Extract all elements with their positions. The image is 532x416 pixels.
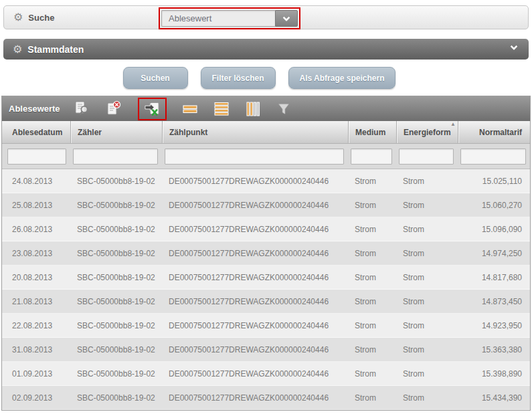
page: ⚙ Suche Ablesewert ⚙ Stammdaten Suchen F…: [0, 0, 532, 416]
cell-zaehler: SBC-05000bb8-19-02: [70, 297, 162, 306]
cell-ablesedatum: 31.08.2013: [2, 345, 70, 354]
cell-normaltarif: 14.817,680: [458, 273, 530, 282]
cell-zaehler: SBC-05000bb8-19-02: [70, 249, 162, 258]
column-header-zaehler[interactable]: Zähler: [70, 121, 162, 143]
cell-energieform: Strom: [396, 393, 458, 403]
filter-icon[interactable]: [276, 102, 291, 116]
cell-normaltarif: 15.060,270: [458, 201, 530, 210]
table-row[interactable]: 24.08.2013 SBC-05000bb8-19-02 DE00075001…: [2, 169, 530, 193]
cell-medium: Strom: [348, 177, 396, 186]
cell-medium: Strom: [348, 249, 396, 258]
table-row[interactable]: 23.08.2013 SBC-05000bb8-19-02 DE00075001…: [2, 241, 530, 266]
filter-input-ablesedatum[interactable]: [7, 148, 66, 165]
dropdown-open-button[interactable]: [275, 10, 298, 27]
search-type-dropdown[interactable]: Ablesewert: [161, 10, 298, 27]
search-button[interactable]: Suchen: [123, 67, 188, 89]
table-header-row: Ablesedatum Zähler Zählpunkt Medium Ener…: [2, 121, 530, 144]
red-highlight-annotation: Ablesewert: [159, 7, 300, 29]
cell-zaehlpunkt: DE00075001277DREWAGZK000000240446: [162, 369, 348, 379]
cell-ablesedatum: 26.08.2013: [2, 225, 70, 234]
cell-ablesedatum: 02.09.2013: [2, 393, 70, 403]
cell-normaltarif: 14.873,450: [458, 297, 530, 306]
save-as-query-button[interactable]: Als Abfrage speichern: [288, 67, 396, 89]
chevron-down-icon[interactable]: [510, 43, 517, 50]
cell-zaehler: SBC-05000bb8-19-02: [70, 201, 162, 210]
cell-medium: Strom: [348, 345, 396, 354]
cell-energieform: Strom: [396, 201, 458, 210]
cell-energieform: Strom: [396, 273, 458, 282]
cell-normaltarif: 15.096,090: [458, 225, 530, 234]
cell-zaehlpunkt: DE00075001277DREWAGZK000000240446: [162, 297, 348, 306]
cell-energieform: Strom: [396, 225, 458, 234]
cell-medium: Strom: [348, 369, 396, 379]
cell-medium: Strom: [348, 201, 396, 210]
stammdaten-panel-label: Stammdaten: [27, 44, 84, 55]
cell-normaltarif: 15.398,890: [458, 369, 530, 379]
cell-ablesedatum: 22.08.2013: [2, 321, 70, 330]
cell-zaehler: SBC-05000bb8-19-02: [70, 225, 162, 234]
filter-input-zaehlpunkt[interactable]: [165, 148, 344, 165]
cell-medium: Strom: [348, 321, 396, 330]
filter-input-normaltarif[interactable]: [460, 148, 526, 165]
cell-zaehlpunkt: DE00075001277DREWAGZK000000240446: [162, 201, 348, 210]
filter-input-medium[interactable]: [351, 148, 392, 165]
cell-medium: Strom: [348, 273, 396, 282]
columns-icon[interactable]: [245, 101, 261, 117]
action-button-row: Suchen Filter löschen Als Abfrage speich…: [0, 67, 532, 89]
cell-ablesedatum: 25.08.2013: [2, 201, 70, 210]
cell-zaehler: SBC-05000bb8-19-02: [70, 177, 162, 186]
filter-input-energieform[interactable]: [399, 148, 454, 165]
cell-zaehlpunkt: DE00075001277DREWAGZK000000240446: [162, 345, 348, 354]
table-row[interactable]: 02.09.2013 SBC-05000bb8-19-02 DE00075001…: [2, 386, 530, 410]
cell-ablesedatum: 24.08.2013: [2, 177, 70, 186]
cell-medium: Strom: [348, 225, 396, 234]
gear-icon: ⚙: [13, 44, 22, 55]
table-row[interactable]: 31.08.2013 SBC-05000bb8-19-02 DE00075001…: [2, 338, 530, 362]
column-header-label: Energieform: [404, 128, 451, 137]
clear-filter-button[interactable]: Filter löschen: [201, 67, 276, 89]
cell-zaehler: SBC-05000bb8-19-02: [70, 273, 162, 282]
cell-ablesedatum: 23.08.2013: [2, 249, 70, 258]
table-row[interactable]: 22.08.2013 SBC-05000bb8-19-02 DE00075001…: [2, 314, 530, 338]
table-body: 24.08.2013 SBC-05000bb8-19-02 DE00075001…: [2, 169, 530, 410]
table-row[interactable]: 21.08.2013 SBC-05000bb8-19-02 DE00075001…: [2, 290, 530, 314]
column-header-energieform[interactable]: Energieform ▲: [396, 121, 458, 143]
cell-medium: Strom: [348, 297, 396, 306]
cell-medium: Strom: [348, 393, 396, 403]
cell-energieform: Strom: [396, 177, 458, 186]
cell-ablesedatum: 21.08.2013: [2, 297, 70, 306]
table-title: Ablesewerte: [9, 104, 60, 114]
chevron-down-icon: [282, 13, 290, 21]
cell-zaehler: SBC-05000bb8-19-02: [70, 321, 162, 330]
table-row[interactable]: 01.09.2013 SBC-05000bb8-19-02 DE00075001…: [2, 362, 530, 386]
rows-compact-icon[interactable]: [182, 101, 198, 117]
cell-energieform: Strom: [396, 345, 458, 354]
cell-ablesedatum: 20.08.2013: [2, 273, 70, 282]
document-search-icon[interactable]: [74, 100, 90, 117]
cell-energieform: Strom: [396, 297, 458, 306]
rows-expanded-icon[interactable]: [213, 101, 230, 117]
filter-input-zaehler[interactable]: [73, 148, 158, 165]
cell-normaltarif: 15.434,390: [458, 393, 530, 403]
table-toolbar: Ablesewerte: [2, 96, 530, 121]
cell-normaltarif: 15.025,110: [458, 177, 530, 186]
table-filter-row: [2, 144, 530, 169]
cell-zaehler: SBC-05000bb8-19-02: [70, 345, 162, 354]
cell-ablesedatum: 01.09.2013: [2, 369, 70, 379]
document-remove-icon[interactable]: [106, 100, 122, 117]
column-header-zaehlpunkt[interactable]: Zählpunkt: [162, 121, 348, 143]
cell-normaltarif: 14.923,950: [458, 321, 530, 330]
search-type-dropdown-value[interactable]: Ablesewert: [161, 10, 275, 27]
cell-zaehler: SBC-05000bb8-19-02: [70, 369, 162, 379]
cell-zaehlpunkt: DE00075001277DREWAGZK000000240446: [162, 273, 348, 282]
table-row[interactable]: 20.08.2013 SBC-05000bb8-19-02 DE00075001…: [2, 266, 530, 290]
search-panel-header: ⚙ Suche Ablesewert: [3, 5, 529, 29]
column-header-normaltarif[interactable]: Normaltarif: [458, 121, 530, 143]
table-row[interactable]: 25.08.2013 SBC-05000bb8-19-02 DE00075001…: [2, 193, 530, 217]
column-header-medium[interactable]: Medium: [348, 121, 396, 143]
excel-export-icon[interactable]: [138, 98, 167, 120]
column-header-ablesedatum[interactable]: Ablesedatum: [2, 121, 70, 143]
stammdaten-panel-header[interactable]: ⚙ Stammdaten: [3, 39, 529, 60]
cell-zaehlpunkt: DE00075001277DREWAGZK000000240446: [162, 321, 348, 330]
table-row[interactable]: 26.08.2013 SBC-05000bb8-19-02 DE00075001…: [2, 217, 530, 241]
